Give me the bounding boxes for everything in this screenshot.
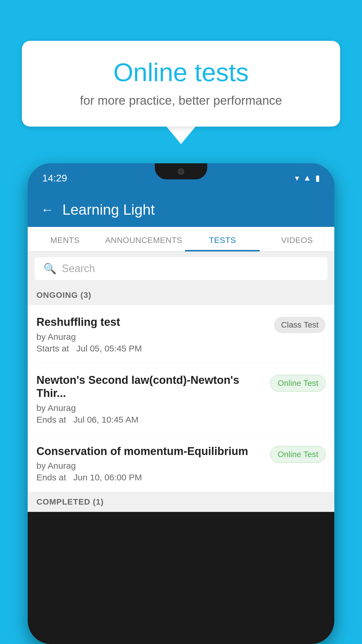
- search-placeholder: Search: [62, 262, 95, 275]
- test-time: Starts at Jul 05, 05:45 PM: [36, 344, 268, 354]
- test-item[interactable]: Reshuffling test by Anurag Starts at Jul…: [28, 305, 334, 363]
- app-title: Learning Light: [62, 201, 155, 218]
- test-name: Newton's Second law(contd)-Newton's Thir…: [36, 374, 264, 400]
- bubble-title: Online tests: [45, 58, 317, 87]
- battery-icon: ▮: [315, 173, 320, 183]
- online-test-badge: Online Test: [270, 375, 326, 392]
- tab-tests[interactable]: TESTS: [185, 227, 260, 251]
- online-test-badge: Online Test: [270, 446, 326, 463]
- speech-bubble-section: Online tests for more practice, better p…: [22, 41, 340, 144]
- bubble-pointer: [166, 127, 196, 144]
- search-icon: 🔍: [43, 262, 57, 275]
- status-icons: ▾ ▲ ▮: [295, 173, 320, 183]
- phone-device: 14:29 ▾ ▲ ▮ ← Learning Light MENTS ANNOU…: [28, 163, 334, 644]
- completed-section-label: COMPLETED (1): [28, 492, 334, 512]
- test-name: Conservation of momentum-Equilibrium: [36, 445, 264, 458]
- tabs-bar: MENTS ANNOUNCEMENTS TESTS VIDEOS: [28, 227, 334, 252]
- back-button[interactable]: ←: [41, 202, 54, 217]
- test-by: by Anurag: [36, 461, 264, 471]
- speech-bubble: Online tests for more practice, better p…: [22, 41, 340, 127]
- camera-lens: [178, 168, 184, 175]
- test-info: Newton's Second law(contd)-Newton's Thir…: [36, 374, 264, 425]
- search-bar[interactable]: 🔍 Search: [35, 257, 327, 280]
- phone-notch: [155, 163, 207, 179]
- test-item[interactable]: Conservation of momentum-Equilibrium by …: [28, 434, 334, 492]
- test-info: Conservation of momentum-Equilibrium by …: [36, 445, 264, 483]
- phone-body: 14:29 ▾ ▲ ▮ ← Learning Light MENTS ANNOU…: [28, 163, 334, 644]
- bubble-subtitle: for more practice, better performance: [45, 94, 317, 108]
- test-item[interactable]: Newton's Second law(contd)-Newton's Thir…: [28, 363, 334, 434]
- test-info: Reshuffling test by Anurag Starts at Jul…: [36, 316, 268, 354]
- tab-videos[interactable]: VIDEOS: [260, 227, 334, 251]
- test-time: Ends at Jun 10, 06:00 PM: [36, 473, 264, 482]
- wifi-icon: ▾: [295, 173, 299, 183]
- tab-announcements[interactable]: ANNOUNCEMENTS: [102, 227, 185, 251]
- test-name: Reshuffling test: [36, 316, 268, 329]
- app-header: ← Learning Light: [28, 192, 334, 227]
- test-time: Ends at Jul 06, 10:45 AM: [36, 415, 264, 425]
- tab-ments[interactable]: MENTS: [28, 227, 102, 251]
- class-test-badge: Class Test: [274, 317, 326, 333]
- test-list: Reshuffling test by Anurag Starts at Jul…: [28, 305, 334, 492]
- status-bar: 14:29 ▾ ▲ ▮: [28, 163, 334, 192]
- clock: 14:29: [42, 172, 67, 184]
- ongoing-section-label: ONGOING (3): [28, 285, 334, 305]
- signal-icon: ▲: [303, 173, 311, 183]
- search-container: 🔍 Search: [28, 252, 334, 285]
- test-by: by Anurag: [36, 332, 268, 342]
- test-by: by Anurag: [36, 403, 264, 413]
